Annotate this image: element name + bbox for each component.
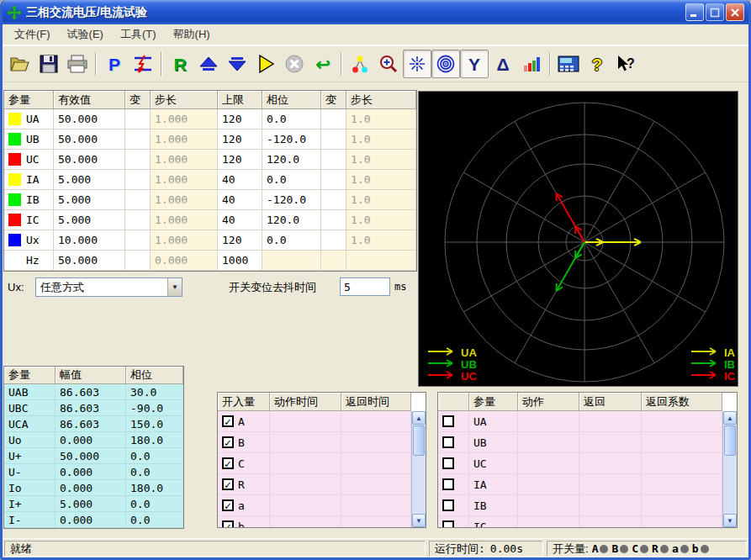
vary-cell[interactable] — [125, 190, 151, 210]
vertical-scrollbar[interactable]: ▲▼ — [722, 411, 737, 527]
value-cell[interactable]: 5.000 — [54, 170, 125, 190]
stop-button[interactable] — [280, 50, 309, 78]
vary-cell[interactable] — [125, 109, 151, 129]
checkbox-C[interactable]: ✓ — [222, 457, 234, 469]
checkbox-B[interactable]: ✓ — [222, 436, 234, 448]
phase-cell[interactable]: 0.0 — [262, 170, 321, 190]
phasor-button[interactable] — [346, 50, 374, 78]
scroll-up-button[interactable]: ▲ — [723, 411, 737, 425]
phase-cell[interactable]: 0.0 — [262, 109, 321, 129]
checkbox-IC[interactable] — [442, 520, 454, 528]
vary-cell[interactable] — [321, 109, 346, 129]
empty-cell — [341, 453, 411, 474]
fault-lightning-button[interactable] — [129, 50, 157, 78]
limit-cell[interactable]: 120 — [218, 150, 262, 170]
p-parameter-button[interactable]: P — [100, 50, 129, 78]
result-cell: 150.0 — [126, 416, 183, 432]
limit-cell[interactable]: 120 — [218, 129, 262, 150]
scroll-down-button[interactable]: ▼ — [412, 514, 426, 527]
zoom-button[interactable] — [374, 50, 403, 78]
y-connection-button[interactable]: Y — [460, 50, 489, 78]
input-header: 开入量动作时间返回时间 — [218, 393, 411, 411]
limit-cell[interactable]: 120 — [218, 109, 262, 129]
limit-cell[interactable]: 40 — [218, 170, 262, 190]
menu-item-tools[interactable]: 工具(T) — [112, 24, 165, 45]
vary-cell[interactable] — [321, 210, 346, 230]
open-button[interactable] — [6, 50, 34, 78]
help-button[interactable]: ? — [583, 50, 611, 78]
checkbox-IA[interactable] — [442, 478, 454, 490]
checkbox-IB[interactable] — [442, 499, 454, 511]
result-cell: 0.0 — [126, 448, 183, 464]
vary-cell[interactable] — [125, 251, 151, 271]
phase-cell[interactable]: -120.0 — [262, 129, 321, 150]
param-name-cell: Ux — [4, 230, 54, 251]
bar-chart-button[interactable] — [517, 50, 546, 78]
vary-cell[interactable] — [125, 170, 151, 190]
value-cell[interactable]: 50.000 — [54, 109, 125, 129]
maximize-button[interactable] — [706, 3, 724, 21]
delta-connection-button[interactable]: Δ — [489, 50, 517, 78]
scroll-up-button[interactable]: ▲ — [412, 411, 426, 425]
vary-cell[interactable] — [125, 210, 151, 230]
checkbox-UB[interactable] — [442, 436, 454, 448]
value-cell[interactable]: 10.000 — [54, 230, 125, 251]
checkbox-R[interactable]: ✓ — [222, 478, 234, 490]
r-reset-button[interactable]: R — [166, 50, 194, 78]
value-cell[interactable]: 50.000 — [54, 129, 125, 150]
lower-button[interactable] — [223, 50, 251, 78]
context-help-button[interactable]: ? — [611, 50, 640, 78]
save-button[interactable] — [34, 50, 63, 78]
phase-cell[interactable]: 120.0 — [262, 210, 321, 230]
start-button[interactable] — [251, 50, 280, 78]
phase-cell[interactable]: -120.0 — [262, 190, 321, 210]
row-label: a — [238, 499, 245, 512]
menu-item-file[interactable]: 文件(F) — [6, 24, 59, 45]
empty-cell — [341, 411, 411, 432]
checkbox-a[interactable]: ✓ — [222, 499, 234, 511]
legend-label: IC — [724, 370, 735, 383]
vary-cell[interactable] — [321, 170, 346, 190]
vary-cell[interactable] — [321, 129, 346, 150]
debounce-input[interactable] — [340, 277, 390, 296]
raise-button[interactable] — [194, 50, 223, 78]
scroll-thumb[interactable] — [413, 425, 425, 456]
chevron-down-icon[interactable]: ▼ — [167, 278, 182, 296]
value-cell[interactable]: 50.000 — [54, 150, 125, 170]
vary-cell[interactable] — [125, 230, 151, 251]
panel-button[interactable] — [554, 50, 583, 78]
menu-item-help[interactable]: 帮助(H) — [165, 24, 219, 45]
checkbox-UA[interactable] — [442, 415, 454, 427]
limit-cell[interactable]: 1000 — [218, 251, 262, 271]
empty-cell — [642, 495, 722, 516]
return-button[interactable]: ↩ — [309, 50, 337, 78]
vertical-scrollbar[interactable]: ▲▼ — [411, 411, 426, 527]
menu-item-test[interactable]: 试验(E) — [59, 24, 112, 45]
print-button[interactable] — [63, 50, 92, 78]
value-cell[interactable]: 5.000 — [54, 210, 125, 230]
phase-cell[interactable]: 0.0 — [262, 230, 321, 251]
limit-cell[interactable]: 120 — [218, 230, 262, 251]
value-cell[interactable]: 50.000 — [54, 251, 125, 271]
circles-view-button[interactable] — [431, 50, 460, 78]
limit-cell[interactable]: 40 — [218, 190, 262, 210]
vary-cell[interactable] — [125, 150, 151, 170]
vary-cell[interactable] — [125, 129, 151, 150]
minimize-button[interactable] — [685, 3, 704, 21]
close-button[interactable] — [726, 3, 744, 21]
checkbox-A[interactable]: ✓ — [222, 415, 234, 427]
ux-mode-select[interactable]: 任意方式 ▼ — [35, 277, 182, 297]
title-bar[interactable]: 三相交流电压/电流试验 — [3, 0, 748, 24]
checkbox-UC[interactable] — [442, 457, 454, 469]
vary-cell[interactable] — [321, 190, 346, 210]
scroll-thumb[interactable] — [724, 425, 736, 456]
vary-cell[interactable] — [321, 150, 346, 170]
checkbox-b[interactable]: ✓ — [222, 520, 234, 528]
scroll-down-button[interactable]: ▼ — [723, 514, 737, 527]
vary-cell[interactable] — [321, 230, 346, 251]
value-cell[interactable]: 5.000 — [54, 190, 125, 210]
phase-cell[interactable]: 120.0 — [262, 150, 321, 170]
column-header: 返回时间 — [341, 393, 411, 411]
rays-view-button[interactable] — [403, 50, 431, 78]
limit-cell[interactable]: 40 — [218, 210, 262, 230]
